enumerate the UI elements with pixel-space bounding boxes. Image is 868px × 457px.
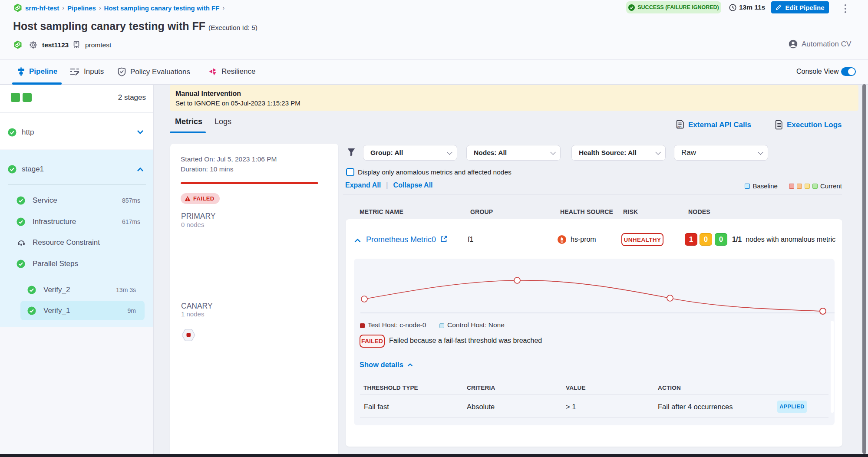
svg-text:API: API [677, 125, 682, 128]
